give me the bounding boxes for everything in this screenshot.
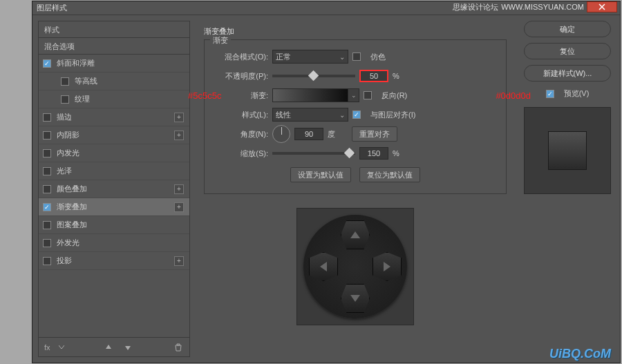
set-default-button[interactable]: 设置为默认值 (290, 167, 351, 182)
dpad-left (309, 252, 338, 281)
gradient-group: 渐变 混合模式(O): 正常 仿色 不透明度(P): % #5c5c5c 渐变: (204, 39, 507, 194)
titlebar: 图层样式 思缘设计论坛 WWW.MISSYUAN.COM (32, 1, 620, 15)
chevron-down-icon (59, 345, 64, 349)
opacity-unit: % (393, 72, 399, 80)
opacity-input[interactable] (359, 70, 388, 82)
gradient-dropdown[interactable]: ⌄ (348, 88, 359, 102)
arrow-down-icon[interactable] (122, 342, 133, 353)
style-item-label: 纹理 (75, 94, 90, 104)
style-checkbox[interactable] (43, 149, 51, 157)
ok-button[interactable]: 确定 (524, 21, 611, 37)
preview-label: 预览(V) (564, 88, 590, 99)
style-select[interactable]: 线性 (272, 108, 348, 122)
plus-icon[interactable]: + (174, 202, 184, 212)
style-item[interactable]: 描边+ (39, 108, 189, 126)
reset-align-button[interactable]: 重置对齐 (352, 126, 397, 142)
gradient-preview[interactable] (272, 88, 348, 102)
scale-unit: % (393, 149, 399, 157)
style-checkbox[interactable] (43, 59, 51, 68)
style-checkbox[interactable] (43, 185, 51, 193)
dither-label: 仿色 (370, 52, 386, 62)
opacity-label: 不透明度(P): (214, 71, 268, 82)
dpad-down (341, 284, 370, 313)
align-checkbox[interactable] (352, 111, 361, 119)
style-checkbox[interactable] (43, 257, 51, 265)
arrow-up-icon[interactable] (103, 342, 114, 353)
opacity-slider[interactable] (272, 75, 355, 77)
style-checkbox[interactable] (43, 113, 51, 122)
style-checkbox[interactable] (43, 131, 51, 140)
style-item-label: 外发光 (57, 238, 79, 248)
style-item[interactable]: 等高线 (39, 73, 189, 90)
plus-icon[interactable]: + (174, 256, 184, 266)
style-item-label: 描边 (57, 112, 72, 122)
style-item[interactable]: 斜面和浮雕 (39, 55, 189, 73)
watermark-text: 思缘设计论坛 (453, 2, 498, 12)
style-item[interactable]: 外发光 (39, 234, 189, 252)
style-item[interactable]: 内发光 (39, 144, 189, 162)
dpad (303, 215, 407, 318)
scale-input[interactable] (359, 147, 388, 160)
style-checkbox[interactable] (43, 239, 51, 247)
plus-icon[interactable]: + (174, 184, 184, 194)
styles-footer: fx (39, 337, 189, 356)
style-checkbox[interactable] (61, 77, 69, 86)
plus-icon[interactable]: + (174, 113, 184, 122)
section-title: 渐变叠加 (204, 26, 507, 37)
reset-default-button[interactable]: 复位为默认值 (359, 167, 420, 182)
fx-label[interactable]: fx (44, 343, 50, 352)
align-label: 与图层对齐(I) (370, 110, 415, 120)
style-item[interactable]: 内阴影+ (39, 126, 189, 144)
scale-label: 缩放(S): (214, 149, 268, 159)
angle-unit: 度 (328, 129, 335, 140)
style-item[interactable]: 图案叠加 (39, 216, 189, 234)
style-list: 斜面和浮雕等高线纹理描边+内阴影+内发光光泽颜色叠加+渐变叠加+图案叠加外发光投… (39, 55, 189, 337)
slider-thumb[interactable] (344, 148, 355, 159)
dpad-up (341, 220, 370, 249)
watermark-url: WWW.MISSYUAN.COM (501, 3, 584, 11)
style-item-label: 内发光 (57, 148, 79, 158)
plus-icon[interactable]: + (174, 131, 184, 140)
styles-panel: 样式 混合选项 斜面和浮雕等高线纹理描边+内阴影+内发光光泽颜色叠加+渐变叠加+… (38, 21, 190, 357)
style-item-label: 颜色叠加 (57, 184, 87, 194)
annotation-color2: #0d0d0d (496, 90, 531, 101)
style-checkbox[interactable] (61, 95, 69, 104)
style-checkbox[interactable] (43, 167, 51, 175)
scale-slider[interactable] (272, 152, 355, 155)
blend-options-header[interactable]: 混合选项 (39, 38, 189, 55)
style-checkbox[interactable] (43, 203, 51, 211)
style-item[interactable]: 颜色叠加+ (39, 180, 189, 198)
reverse-checkbox[interactable] (364, 91, 372, 99)
slider-thumb[interactable] (308, 70, 319, 82)
style-checkbox[interactable] (43, 221, 51, 229)
gradient-label: 渐变: (214, 90, 268, 101)
style-item[interactable]: 纹理 (39, 90, 189, 108)
styles-header[interactable]: 样式 (39, 21, 189, 38)
close-button[interactable] (587, 1, 617, 12)
close-icon (599, 3, 605, 10)
layer-style-dialog: 图层样式 思缘设计论坛 WWW.MISSYUAN.COM 样式 混合选项 斜面和… (32, 1, 621, 363)
blend-mode-select[interactable]: 正常 (272, 50, 348, 64)
style-item-label: 等高线 (75, 76, 97, 86)
dpad-preview (296, 208, 414, 325)
bottom-watermark: UiBQ.CoM (549, 347, 611, 361)
annotation-color1: #5c5c5c (188, 90, 221, 101)
style-item[interactable]: 投影+ (39, 252, 189, 270)
dialog-title: 图层样式 (37, 3, 67, 13)
style-item-label: 斜面和浮雕 (57, 58, 95, 68)
style-item-label: 内阴影 (57, 130, 79, 140)
angle-input[interactable] (294, 128, 323, 140)
angle-dial[interactable] (272, 125, 290, 143)
style-item[interactable]: 渐变叠加+ (39, 198, 189, 216)
cancel-button[interactable]: 复位 (524, 43, 611, 59)
new-style-button[interactable]: 新建样式(W)... (524, 65, 611, 82)
style-item-label: 图案叠加 (57, 220, 87, 230)
gradient-overlay-panel: 渐变叠加 渐变 混合模式(O): 正常 仿色 不透明度(P): % #5c5c5… (196, 21, 515, 357)
preview-checkbox[interactable] (546, 90, 554, 98)
preview-swatch (548, 131, 587, 170)
trash-icon[interactable] (173, 342, 184, 353)
dither-checkbox[interactable] (352, 52, 361, 61)
preview-box (524, 107, 611, 194)
style-item[interactable]: 光泽 (39, 162, 189, 180)
blend-mode-label: 混合模式(O): (214, 52, 268, 62)
